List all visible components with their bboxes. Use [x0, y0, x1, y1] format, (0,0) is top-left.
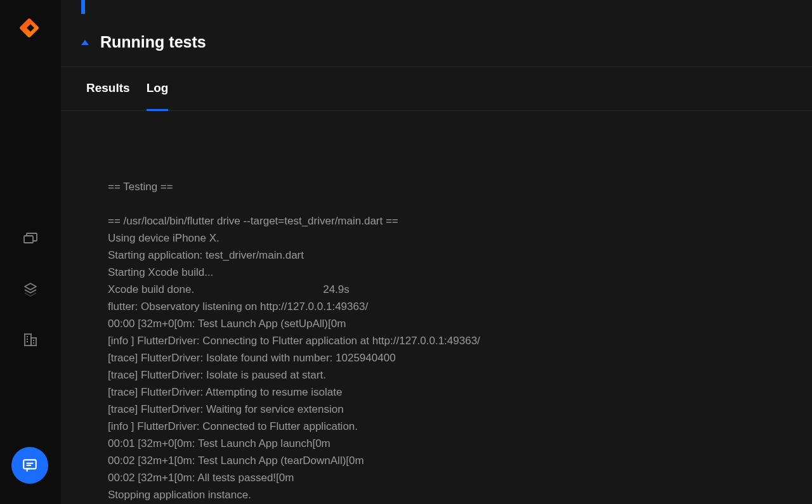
section-title: Running tests: [100, 33, 206, 51]
tab-results[interactable]: Results: [86, 81, 130, 110]
log-line: 00:01 [32m+0[0m: Test Launch App launch[…: [108, 435, 812, 452]
log-line: Starting Xcode build...: [108, 264, 812, 281]
log-line: Starting application: test_driver/main.d…: [108, 247, 812, 264]
log-line: [info ] FlutterDriver: Connecting to Flu…: [108, 332, 812, 349]
log-line: Using device iPhone X.: [108, 229, 812, 247]
collapse-caret-icon[interactable]: [81, 40, 89, 45]
svg-rect-8: [23, 460, 36, 468]
log-line: flutter: Observatory listening on http:/…: [108, 298, 812, 315]
log-line: == Testing ==: [108, 178, 812, 195]
log-line: [trace] FlutterDriver: Isolate found wit…: [108, 349, 812, 366]
folder-icon[interactable]: [23, 231, 38, 246]
log-line: == /usr/local/bin/flutter drive --target…: [108, 212, 812, 229]
tabs: Results Log: [61, 67, 812, 111]
building-icon[interactable]: [23, 332, 38, 347]
log-line: 00:02 [32m+1[0m: All tests passed![0m: [108, 469, 812, 486]
log-line: 00:02 [32m+1[0m: Test Launch App (tearDo…: [108, 452, 812, 469]
logo: [19, 18, 42, 41]
section-header: Running tests: [61, 0, 812, 67]
top-accent-bar: [81, 0, 85, 14]
layers-icon[interactable]: [23, 281, 38, 297]
svg-rect-1: [25, 334, 31, 346]
log-line: 00:00 [32m+0[0m: Test Launch App (setUpA…: [108, 315, 812, 332]
log-line: [trace] FlutterDriver: Attempting to res…: [108, 384, 812, 401]
svg-rect-2: [31, 338, 36, 346]
log-output: == Testing == == /usr/local/bin/flutter …: [61, 111, 812, 503]
sidebar-nav: [23, 231, 38, 347]
svg-rect-0: [24, 236, 33, 243]
main-content: Running tests Results Log == Testing == …: [61, 0, 812, 504]
log-line: [trace] FlutterDriver: Waiting for servi…: [108, 401, 812, 418]
log-line: Stopping application instance.: [108, 486, 812, 503]
chat-button[interactable]: [11, 447, 48, 484]
sidebar: [0, 0, 61, 504]
tab-log[interactable]: Log: [147, 81, 169, 110]
log-line: [108, 195, 812, 212]
log-line: [info ] FlutterDriver: Connected to Flut…: [108, 418, 812, 435]
log-line: [trace] FlutterDriver: Isolate is paused…: [108, 366, 812, 384]
log-line: Xcode build done. 24.9s: [108, 281, 812, 298]
